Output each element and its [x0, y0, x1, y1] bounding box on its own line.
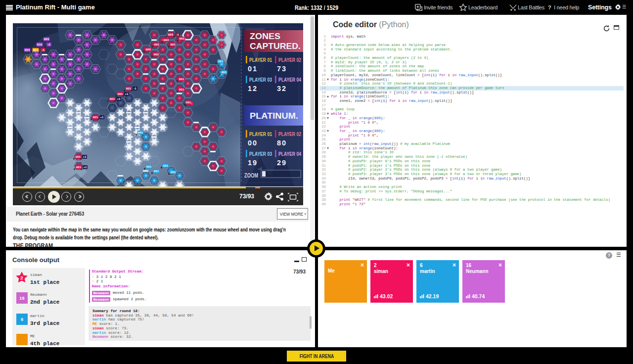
- svg-text:003: 003: [168, 33, 174, 36]
- svg-text:001: 001: [163, 164, 169, 167]
- svg-text:PLAYER 04: PLAYER 04: [278, 77, 301, 83]
- svg-text:32: 32: [277, 85, 287, 92]
- svg-text:010: 010: [37, 43, 43, 46]
- svg-text:16: 16: [19, 296, 24, 301]
- svg-text:PLAYER 04: PLAYER 04: [278, 151, 301, 157]
- svg-text:001: 001: [179, 77, 184, 81]
- svg-text:001: 001: [171, 170, 176, 174]
- svg-text:001: 001: [126, 87, 132, 90]
- svg-text:29: 29: [277, 159, 287, 167]
- svg-text:001: 001: [110, 97, 115, 100]
- svg-text:001: 001: [118, 92, 123, 95]
- svg-text:-2: -2: [47, 43, 50, 46]
- svg-text:001: 001: [146, 165, 152, 168]
- svg-text:001: 001: [180, 37, 185, 40]
- svg-text:00: 00: [248, 139, 258, 147]
- svg-text:-1: -1: [134, 87, 136, 90]
- svg-text:+1: +1: [83, 155, 87, 158]
- svg-text:001: 001: [138, 131, 143, 134]
- svg-text:001: 001: [93, 115, 98, 119]
- svg-text:PLAYER 02: PLAYER 02: [278, 57, 301, 63]
- svg-text:001: 001: [186, 100, 191, 104]
- svg-text:2: 2: [20, 275, 23, 280]
- svg-text:001: 001: [154, 43, 160, 46]
- svg-text:+1: +1: [100, 115, 104, 119]
- svg-text:+1: +1: [117, 97, 121, 100]
- svg-text:CAPTURED.: CAPTURED.: [250, 42, 301, 50]
- svg-text:004: 004: [164, 38, 169, 42]
- svg-text:001: 001: [222, 70, 227, 74]
- svg-text:-1: -1: [176, 33, 179, 36]
- svg-text:+1: +1: [125, 92, 129, 95]
- svg-text:PLAYER 01: PLAYER 01: [249, 131, 272, 137]
- svg-text:002: 002: [154, 52, 159, 56]
- svg-text:80: 80: [277, 139, 287, 147]
- svg-text:-3: -3: [42, 48, 45, 51]
- svg-text:ZONES: ZONES: [250, 32, 280, 41]
- svg-text:PLAYER 02: PLAYER 02: [278, 131, 301, 137]
- svg-text:PLAYER 03: PLAYER 03: [249, 151, 272, 157]
- svg-text:001: 001: [76, 165, 82, 169]
- svg-text:001: 001: [154, 169, 159, 173]
- svg-text:PLATINUM.: PLATINUM.: [250, 111, 298, 120]
- svg-text:001: 001: [171, 43, 176, 46]
- svg-text:01: 01: [248, 65, 258, 73]
- svg-text:ZOOM: ZOOM: [244, 172, 258, 179]
- svg-text:73: 73: [277, 65, 287, 73]
- svg-text:6: 6: [20, 317, 23, 322]
- svg-text:003: 003: [44, 37, 49, 41]
- svg-text:004: 004: [33, 48, 39, 51]
- svg-text:12: 12: [248, 85, 258, 92]
- svg-text:19: 19: [248, 159, 258, 167]
- svg-text:+1: +1: [83, 165, 87, 169]
- svg-text:001: 001: [218, 59, 224, 63]
- svg-text:001: 001: [76, 155, 81, 158]
- svg-text:PLAYER 03: PLAYER 03: [249, 77, 272, 83]
- svg-text:PLAYER 01: PLAYER 01: [249, 57, 272, 63]
- svg-text:005: 005: [146, 47, 151, 51]
- svg-text:004: 004: [25, 48, 30, 51]
- svg-text:001: 001: [179, 88, 184, 91]
